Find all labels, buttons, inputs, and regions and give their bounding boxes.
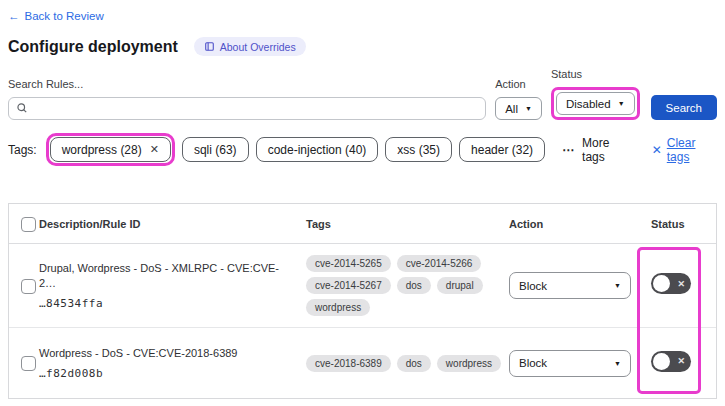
search-rules-label: Search Rules... <box>8 78 486 90</box>
rule-tag: drupal <box>437 277 483 294</box>
search-filter-row: Search Rules... Action All ▼ Status <box>8 68 717 120</box>
rule-tag: dos <box>397 355 431 372</box>
rule-tag: dos <box>397 277 431 294</box>
rule-action-cell: Block ▼ <box>501 272 641 299</box>
more-tags-button[interactable]: ⋯ More tags <box>562 136 631 164</box>
action-filter-select[interactable]: All ▼ <box>495 97 542 120</box>
heading-row: Configure deployment About Overrides <box>8 37 717 56</box>
table-header-row: Description/Rule ID Tags Action Status <box>9 204 716 244</box>
action-select[interactable]: Block ▼ <box>509 272 631 299</box>
rules-table: Description/Rule ID Tags Action Status D… <box>8 203 717 399</box>
action-select[interactable]: Block ▼ <box>509 350 631 377</box>
badge-label: About Overrides <box>220 41 296 53</box>
status-filter-col: Status Disabled ▼ <box>551 68 640 120</box>
search-input-wrap <box>8 97 486 120</box>
tag-filter-code-injection[interactable]: code-injection (40) <box>256 137 379 162</box>
rule-status-cell: ✕ <box>641 273 716 298</box>
search-input[interactable] <box>34 102 478 116</box>
selected-tag-highlight: wordpress (28) ✕ <box>46 133 175 166</box>
rule-status-cell: ✕ <box>641 351 716 376</box>
row-checkbox[interactable] <box>21 279 36 294</box>
chevron-down-icon: ▼ <box>614 360 621 367</box>
rule-tag: cve-2018-6389 <box>306 355 391 372</box>
action-filter-label: Action <box>495 78 542 90</box>
rule-tag: cve-2014-5266 <box>397 255 482 272</box>
clear-tags-link[interactable]: ✕ Clear tags <box>652 136 717 164</box>
table-row: Wordpress - DoS - CVE:CVE-2018-6389 …f82… <box>9 328 716 398</box>
status-filter-value: Disabled <box>566 98 611 110</box>
column-header-status: Status <box>641 218 716 230</box>
toggle-knob <box>653 353 670 370</box>
chevron-down-icon: ▼ <box>525 105 532 112</box>
rule-description: Wordpress - DoS - CVE:CVE-2018-6389 <box>39 346 287 360</box>
action-select-value: Block <box>519 280 547 292</box>
column-header-description: Description/Rule ID <box>39 218 301 230</box>
rule-tag: wordpress <box>437 355 501 372</box>
header-checkbox-cell <box>9 215 39 233</box>
action-filter-value: All <box>505 103 518 115</box>
remove-tag-icon[interactable]: ✕ <box>150 143 159 156</box>
status-toggle[interactable]: ✕ <box>651 273 691 294</box>
rule-action-cell: Block ▼ <box>501 350 641 377</box>
row-checkbox-cell <box>9 277 39 295</box>
chevron-down-icon: ▼ <box>618 100 625 107</box>
toggle-x-icon: ✕ <box>677 279 685 288</box>
tag-filter-header[interactable]: header (32) <box>459 137 545 162</box>
status-filter-highlight: Disabled ▼ <box>551 87 640 120</box>
tag-filter-wordpress[interactable]: wordpress (28) ✕ <box>50 137 171 162</box>
rule-tags: cve-2014-5265 cve-2014-5266 cve-2014-526… <box>301 255 501 316</box>
action-filter-col: Action All ▼ <box>495 78 542 120</box>
tags-label: Tags: <box>8 143 37 157</box>
status-filter-label: Status <box>551 68 640 80</box>
row-checkbox-cell <box>9 354 39 372</box>
rule-tag: cve-2014-5267 <box>306 277 391 294</box>
tag-filter-xss[interactable]: xss (35) <box>385 137 452 162</box>
rule-tags: cve-2018-6389 dos wordpress <box>301 355 501 372</box>
back-arrow-icon: ← <box>8 10 20 22</box>
tag-filter-sqli[interactable]: sqli (63) <box>182 137 249 162</box>
more-tags-label: More tags <box>582 136 631 164</box>
rule-description-cell: Drupal, Wordpress - DoS - XMLRPC - CVE:C… <box>39 261 301 310</box>
rule-id: …84534ffa <box>39 297 287 310</box>
chevron-down-icon: ▼ <box>614 282 621 289</box>
about-overrides-badge[interactable]: About Overrides <box>194 37 306 56</box>
toggle-x-icon: ✕ <box>677 357 685 366</box>
clear-icon: ✕ <box>652 143 662 157</box>
rule-tags-cell: cve-2018-6389 dos wordpress <box>301 355 501 372</box>
back-to-review-link[interactable]: ← Back to Review <box>8 10 104 22</box>
column-header-tags: Tags <box>301 218 501 230</box>
select-all-checkbox[interactable] <box>21 217 36 232</box>
action-select-value: Block <box>519 357 547 369</box>
clear-tags-label: Clear tags <box>667 136 717 164</box>
configure-deployment-page: ← Back to Review Configure deployment Ab… <box>0 0 725 406</box>
table-row: Drupal, Wordpress - DoS - XMLRPC - CVE:C… <box>9 244 716 328</box>
rule-id: …f82d008b <box>39 367 287 380</box>
rule-description-cell: Wordpress - DoS - CVE:CVE-2018-6389 …f82… <box>39 346 301 380</box>
status-toggle[interactable]: ✕ <box>651 351 691 372</box>
rule-description: Drupal, Wordpress - DoS - XMLRPC - CVE:C… <box>39 261 287 290</box>
tags-filter-bar: Tags: wordpress (28) ✕ sqli (63) code-in… <box>8 133 717 166</box>
column-header-action: Action <box>501 218 641 230</box>
ellipsis-icon: ⋯ <box>562 143 575 157</box>
row-checkbox[interactable] <box>21 356 36 371</box>
toggle-knob <box>653 275 670 292</box>
search-col: Search Rules... <box>8 78 486 120</box>
book-icon <box>204 41 215 52</box>
status-filter-select[interactable]: Disabled ▼ <box>556 92 635 115</box>
search-button[interactable]: Search <box>651 95 717 120</box>
back-link-label: Back to Review <box>25 10 104 22</box>
rule-tag: wordpress <box>306 299 370 316</box>
search-icon <box>16 100 28 118</box>
rule-tags-cell: cve-2014-5265 cve-2014-5266 cve-2014-526… <box>301 255 501 316</box>
tag-filter-wordpress-label: wordpress (28) <box>62 143 142 157</box>
page-title: Configure deployment <box>8 38 178 56</box>
rule-tag: cve-2014-5265 <box>306 255 391 272</box>
